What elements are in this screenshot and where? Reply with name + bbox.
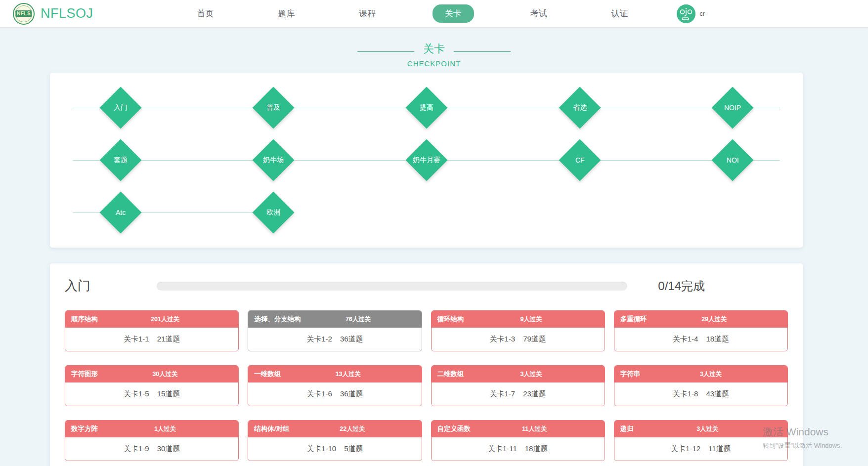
card-body: 关卡1-930道题 xyxy=(65,437,238,461)
checkpoint-node-noi[interactable]: NOI xyxy=(718,145,747,175)
checkpoint-node-shengxuan[interactable]: 省选 xyxy=(565,93,595,123)
page-subtitle: CHECKPOINT xyxy=(0,59,868,68)
diamond-shape: Atc xyxy=(100,192,142,234)
checkpoint-map-panel: 入门 普及 提高 省选 NOIP 套题 奶牛场 奶牛月赛 CF NOI Atc … xyxy=(50,73,803,248)
nav-item-exams[interactable]: 考试 xyxy=(498,8,579,19)
nav-item-checkpoint[interactable]: 关卡 xyxy=(433,4,474,23)
card-header: 循环结构9人过关 xyxy=(432,311,605,328)
navbar: NFLS NFLSOJ 首页 题库 课程 关卡 考试 认证 cr xyxy=(0,0,868,28)
checkpoint-card-1-6[interactable]: 一维数组13人过关 关卡1-636道题 xyxy=(248,365,422,406)
checkpoint-card-1-2[interactable]: 选择、分支结构76人过关 关卡1-236道题 xyxy=(248,310,422,351)
checkpoint-node-rumen[interactable]: 入门 xyxy=(106,93,135,123)
card-body: 关卡1-1211道题 xyxy=(614,437,787,461)
checkpoint-card-1-10[interactable]: 结构体/对组22人过关 关卡1-105道题 xyxy=(248,420,422,461)
card-header: 自定义函数11人过关 xyxy=(432,421,605,437)
card-header: 二维数组3人过关 xyxy=(432,366,605,382)
card-stage: 关卡1-5 xyxy=(124,389,149,399)
checkpoint-card-1-4[interactable]: 多重循环29人过关 关卡1-418道题 xyxy=(614,310,788,351)
card-stage: 关卡1-6 xyxy=(306,389,332,399)
checkpoint-node-atc[interactable]: Atc xyxy=(106,198,135,227)
diamond-shape: NOI xyxy=(712,139,754,181)
checkpoint-card-1-8[interactable]: 字符串3人过关 关卡1-843道题 xyxy=(614,365,788,406)
nav-item-certify[interactable]: 认证 xyxy=(579,8,660,19)
brand-title: NFLSOJ xyxy=(41,6,93,21)
card-problem-count: 23道题 xyxy=(523,389,546,399)
checkpoint-card-1-1[interactable]: 顺序结构201人过关 关卡1-121道题 xyxy=(65,310,239,351)
school-logo-icon: NFLS xyxy=(13,3,35,25)
card-problem-count: 21道题 xyxy=(157,335,180,344)
checkpoint-card-1-11[interactable]: 自定义函数11人过关 关卡1-1118道题 xyxy=(431,420,605,461)
card-body: 关卡1-105道题 xyxy=(248,437,421,461)
card-stage: 关卡1-2 xyxy=(306,335,332,344)
card-problem-count: 18道题 xyxy=(706,335,729,344)
nav-item-home[interactable]: 首页 xyxy=(165,8,246,19)
card-stage: 关卡1-11 xyxy=(488,444,517,454)
map-row-1: 入门 普及 提高 省选 NOIP xyxy=(50,82,803,134)
checkpoint-node-noip[interactable]: NOIP xyxy=(718,93,747,123)
user-avatar[interactable] xyxy=(677,4,695,23)
section-header: 入门 0/14完成 xyxy=(65,277,788,295)
card-problem-count: 11道题 xyxy=(708,444,731,454)
card-stage: 关卡1-8 xyxy=(673,389,698,399)
card-stage: 关卡1-9 xyxy=(124,444,149,454)
card-problem-count: 36道题 xyxy=(340,389,363,399)
diamond-shape: 奶牛场 xyxy=(253,139,295,181)
card-problem-count: 15道题 xyxy=(157,389,180,399)
card-header: 一维数组13人过关 xyxy=(248,366,421,382)
card-body: 关卡1-1118道题 xyxy=(432,437,605,461)
checkpoint-node-tigao[interactable]: 提高 xyxy=(412,93,441,123)
brand[interactable]: NFLS NFLSOJ xyxy=(0,3,148,25)
card-header: 顺序结构201人过关 xyxy=(65,311,238,328)
card-problem-count: 43道题 xyxy=(706,389,729,399)
checkpoint-card-1-12[interactable]: 递归3人过关 关卡1-1211道题 xyxy=(614,420,788,461)
checkpoint-node-ouzhou[interactable]: 欧洲 xyxy=(259,198,288,227)
checkpoint-node-nainiuchang[interactable]: 奶牛场 xyxy=(259,145,288,175)
card-header: 字符图形30人过关 xyxy=(65,366,238,382)
card-header: 字符串3人过关 xyxy=(614,366,787,382)
card-header: 数字方阵1人过关 xyxy=(65,421,238,437)
card-stage: 关卡1-7 xyxy=(489,389,515,399)
checkpoint-node-nainiuyuesai[interactable]: 奶牛月赛 xyxy=(412,145,441,175)
card-stage: 关卡1-10 xyxy=(306,444,336,454)
card-body: 关卡1-236道题 xyxy=(248,328,421,351)
diamond-shape: NOIP xyxy=(712,87,754,129)
checkpoint-node-puji[interactable]: 普及 xyxy=(259,93,288,123)
card-body: 关卡1-121道题 xyxy=(65,328,238,351)
checkpoint-node-taoti[interactable]: 套题 xyxy=(106,145,135,175)
checkpoint-list-panel: 入门 0/14完成 顺序结构201人过关 关卡1-121道题 选择、分支结构76… xyxy=(50,263,803,466)
card-header: 递归3人过关 xyxy=(614,421,787,437)
diamond-shape: 奶牛月赛 xyxy=(405,139,447,181)
checkpoint-card-1-7[interactable]: 二维数组3人过关 关卡1-723道题 xyxy=(431,365,605,406)
username: cr xyxy=(699,10,705,17)
robot-face-icon xyxy=(677,4,695,23)
card-problem-count: 18道题 xyxy=(525,444,548,454)
card-body: 关卡1-636道题 xyxy=(248,382,421,406)
diamond-shape: 普及 xyxy=(253,87,295,129)
page-header: 关卡 CHECKPOINT xyxy=(0,42,868,68)
card-header: 结构体/对组22人过关 xyxy=(248,421,421,437)
card-stage: 关卡1-4 xyxy=(673,335,698,344)
card-stage: 关卡1-12 xyxy=(671,444,700,454)
nav-item-problems[interactable]: 题库 xyxy=(246,8,327,19)
card-body: 关卡1-379道题 xyxy=(432,328,605,351)
map-row-3: Atc 欧洲 xyxy=(50,186,803,239)
card-problem-count: 30道题 xyxy=(157,444,180,454)
page-title: 关卡 xyxy=(423,42,445,56)
card-body: 关卡1-515道题 xyxy=(65,382,238,406)
card-stage: 关卡1-3 xyxy=(489,335,515,344)
diamond-shape: 提高 xyxy=(405,87,447,129)
diamond-shape: 欧洲 xyxy=(253,192,295,234)
card-header: 多重循环29人过关 xyxy=(614,311,787,328)
checkpoint-card-1-3[interactable]: 循环结构9人过关 关卡1-379道题 xyxy=(431,310,605,351)
title-divider-left xyxy=(357,51,414,52)
card-problem-count: 79道题 xyxy=(523,335,546,344)
nav-item-courses[interactable]: 课程 xyxy=(327,8,408,19)
card-header: 选择、分支结构76人过关 xyxy=(248,311,421,328)
diamond-shape: 套题 xyxy=(100,139,142,181)
diamond-shape: CF xyxy=(559,139,601,181)
checkpoint-card-1-5[interactable]: 字符图形30人过关 关卡1-515道题 xyxy=(65,365,239,406)
checkpoint-card-1-9[interactable]: 数字方阵1人过关 关卡1-930道题 xyxy=(65,420,239,461)
user-area: cr xyxy=(677,4,868,23)
checkpoint-node-cf[interactable]: CF xyxy=(565,145,595,175)
diamond-shape: 省选 xyxy=(559,87,601,129)
